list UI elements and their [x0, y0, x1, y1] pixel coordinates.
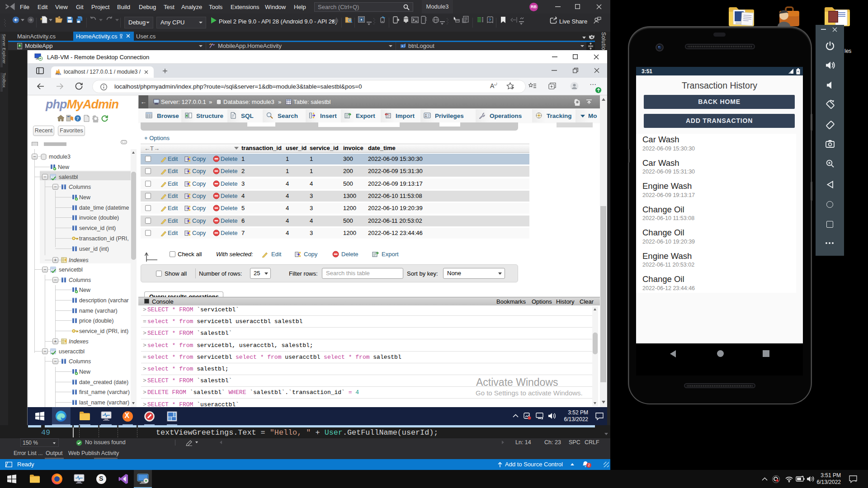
svg-text:?: ?: [76, 116, 79, 121]
svg-text:?: ?: [489, 18, 491, 22]
svg-text:PMA: PMA: [56, 73, 61, 75]
